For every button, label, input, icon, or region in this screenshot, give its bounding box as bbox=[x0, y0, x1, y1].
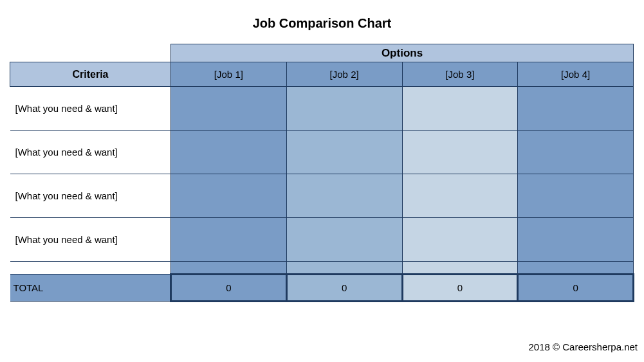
job-header-2: [Job 2] bbox=[286, 62, 402, 87]
data-cell bbox=[286, 131, 402, 174]
data-cell bbox=[518, 218, 634, 262]
criteria-label: [What you need & want] bbox=[10, 174, 171, 218]
data-cell bbox=[286, 87, 402, 131]
data-cell bbox=[286, 218, 402, 262]
data-cell bbox=[171, 218, 287, 262]
total-row: TOTAL 0 0 0 0 bbox=[10, 275, 634, 302]
spacer-cell bbox=[286, 262, 402, 275]
job-header-3: [Job 3] bbox=[402, 62, 518, 87]
spacer-row bbox=[10, 262, 634, 275]
comparison-table: Options Criteria [Job 1] [Job 2] [Job 3]… bbox=[10, 44, 634, 302]
data-cell bbox=[171, 87, 287, 131]
total-value-3: 0 bbox=[402, 275, 518, 302]
footer-copyright: 2018 © Careersherpa.net bbox=[529, 341, 638, 352]
total-value-1: 0 bbox=[171, 275, 287, 302]
column-header-row: Criteria [Job 1] [Job 2] [Job 3] [Job 4] bbox=[10, 62, 634, 87]
total-value-4: 0 bbox=[518, 275, 634, 302]
data-cell bbox=[518, 174, 634, 218]
data-cell bbox=[286, 174, 402, 218]
criteria-row: [What you need & want] bbox=[10, 218, 634, 262]
data-cell bbox=[171, 131, 287, 174]
comparison-table-container: Options Criteria [Job 1] [Job 2] [Job 3]… bbox=[0, 44, 644, 302]
total-value-2: 0 bbox=[286, 275, 402, 302]
criteria-header: Criteria bbox=[10, 62, 171, 87]
data-cell bbox=[402, 218, 518, 262]
criteria-row: [What you need & want] bbox=[10, 87, 634, 131]
data-cell bbox=[518, 131, 634, 174]
data-cell bbox=[518, 87, 634, 131]
spacer-cell bbox=[171, 262, 287, 275]
data-cell bbox=[402, 174, 518, 218]
empty-corner bbox=[10, 44, 171, 62]
data-cell bbox=[402, 131, 518, 174]
job-header-1: [Job 1] bbox=[171, 62, 287, 87]
total-label: TOTAL bbox=[10, 275, 171, 302]
spacer-cell bbox=[402, 262, 518, 275]
job-header-4: [Job 4] bbox=[518, 62, 634, 87]
criteria-label: [What you need & want] bbox=[10, 218, 171, 262]
criteria-label: [What you need & want] bbox=[10, 87, 171, 131]
data-cell bbox=[171, 174, 287, 218]
criteria-label: [What you need & want] bbox=[10, 131, 171, 174]
spacer-cell bbox=[10, 262, 171, 275]
criteria-row: [What you need & want] bbox=[10, 174, 634, 218]
data-cell bbox=[402, 87, 518, 131]
options-header-row: Options bbox=[10, 44, 634, 62]
spacer-cell bbox=[518, 262, 634, 275]
options-header: Options bbox=[171, 44, 634, 62]
criteria-row: [What you need & want] bbox=[10, 131, 634, 174]
page-title: Job Comparison Chart bbox=[0, 0, 644, 44]
